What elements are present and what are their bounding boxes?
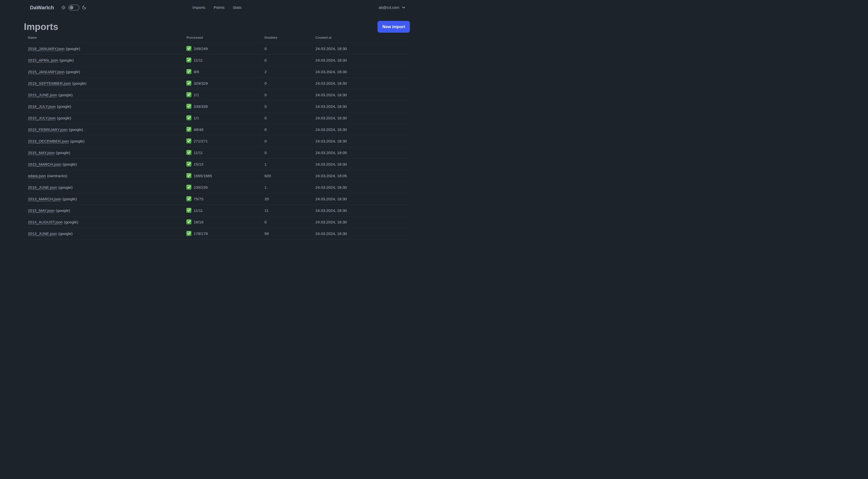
import-file-link[interactable]: 2018_JULY.json <box>28 104 56 109</box>
processed-count: 18/18 <box>194 220 204 224</box>
table-row: 2015_MAY.json(google) 11/11 11 24.03.202… <box>24 205 410 216</box>
check-success-icon <box>186 127 191 132</box>
cell-created-at <box>311 239 410 240</box>
processed-count: 1/1 <box>194 116 199 120</box>
cell-doubles: 0 <box>260 216 311 228</box>
import-file-link[interactable]: 2018_JUNE.json <box>28 185 57 189</box>
cell-created-at: 24.03.2024, 18:30 <box>311 112 410 124</box>
table-row: 2013_JUNE.json(google) 178/178 59 24.03.… <box>24 228 410 239</box>
import-file-link[interactable]: 2015_APRIL.json <box>28 58 58 62</box>
table-row: 2014_AUGUST.json(google) 18/18 0 24.03.2… <box>24 216 410 228</box>
cell-doubles: 8 <box>260 124 311 136</box>
nav-link-stats[interactable]: Stats <box>233 5 242 10</box>
nav-link-imports[interactable]: Imports <box>192 5 206 10</box>
table-row: 2013_MARCH.json(google) 75/75 20 24.03.2… <box>24 193 410 205</box>
import-file-link[interactable]: 2018_JANUARY.json <box>28 47 65 51</box>
cell-created-at: 24.03.2024, 18:30 <box>311 158 410 170</box>
processed-count: 8/8 <box>194 70 199 74</box>
imports-table-body: 2018_JANUARY.json(google) 249/249 0 24.0… <box>24 43 410 240</box>
moon-icon <box>82 5 86 10</box>
cell-doubles: 0 <box>260 78 311 89</box>
cell-created-at: 24.03.2024, 18:30 <box>311 124 410 136</box>
import-source-label: (google) <box>66 47 80 51</box>
page-header: Imports New import <box>24 21 410 33</box>
table-row: 2015_JULY.json(google) 1/1 0 24.03.2024,… <box>24 112 410 124</box>
cell-doubles: 20 <box>260 193 311 205</box>
import-file-link[interactable]: 2015_MAY.json <box>28 151 55 155</box>
table-header-row: Name Processed Doubles Created at <box>24 33 410 43</box>
import-file-link[interactable]: 2015_FEBRUARY.json <box>28 127 68 132</box>
cell-name: 2015_MARCH.json(google) <box>24 158 182 170</box>
column-header-processed: Processed <box>182 33 260 43</box>
cell-name: odata.json(owntracks) <box>24 170 182 182</box>
check-success-icon <box>186 104 191 109</box>
user-menu[interactable]: ab@cd.com <box>378 0 406 15</box>
cell-doubles: 0 <box>260 136 311 147</box>
table-row: 2015_APRIL.json(google) 11/11 0 24.03.20… <box>24 55 410 66</box>
cell-created-at: 24.03.2024, 18:30 <box>311 89 410 101</box>
cell-name: 2013_JUNE.json(google) <box>24 228 182 239</box>
app-logo[interactable]: DaWarIch <box>30 0 54 15</box>
cell-processed: 329/329 <box>182 78 260 89</box>
cell-name: 2019_SEPTEMBER.json(google) <box>24 78 182 89</box>
cell-created-at: 24.03.2024, 18:30 <box>311 182 410 193</box>
cell-name <box>24 239 182 240</box>
cell-doubles <box>260 239 311 240</box>
table-row: 2018_JUNE.json(google) 235/235 1 24.03.2… <box>24 182 410 193</box>
import-file-link[interactable]: 2015_MAY.json <box>28 208 55 213</box>
check-success-icon <box>186 115 191 120</box>
import-source-label: (google) <box>63 197 77 201</box>
processed-count: 249/249 <box>194 47 208 51</box>
import-file-link[interactable]: odata.json <box>28 174 46 178</box>
cell-name: 2015_FEBRUARY.json(google) <box>24 124 182 136</box>
table-row-partial <box>24 239 410 240</box>
theme-switch[interactable] <box>68 4 80 10</box>
cell-processed: 178/178 <box>182 228 260 239</box>
cell-processed: 48/48 <box>182 124 260 136</box>
processed-count: 15/15 <box>194 162 204 167</box>
check-success-icon <box>186 139 191 144</box>
cell-processed: 75/75 <box>182 193 260 205</box>
cell-name: 2015_APRIL.json(google) <box>24 55 182 66</box>
cell-name: 2013_MARCH.json(google) <box>24 193 182 205</box>
cell-doubles: 0 <box>260 89 311 101</box>
cell-doubles: 820 <box>260 170 311 182</box>
check-success-icon <box>186 81 191 86</box>
chevron-down-icon <box>402 5 406 9</box>
import-source-label: (google) <box>58 93 72 97</box>
import-file-link[interactable]: 2015_MARCH.json <box>28 162 61 167</box>
import-file-link[interactable]: 2013_JUNE.json <box>28 232 57 236</box>
cell-processed: 249/249 <box>182 43 260 55</box>
import-source-label: (google) <box>57 116 71 120</box>
cell-created-at: 24.03.2024, 18:30 <box>311 101 410 112</box>
check-success-icon <box>186 46 191 51</box>
import-file-link[interactable]: 2013_MARCH.json <box>28 197 61 201</box>
table-row: 2015_MARCH.json(google) 15/15 1 24.03.20… <box>24 158 410 170</box>
cell-doubles: 0 <box>260 147 311 158</box>
processed-count: 271/271 <box>194 139 208 143</box>
new-import-button[interactable]: New import <box>377 21 410 33</box>
cell-processed <box>182 239 260 240</box>
table-row: 2019_SEPTEMBER.json(google) 329/329 0 24… <box>24 78 410 89</box>
check-success-icon <box>186 150 191 155</box>
imports-table: Name Processed Doubles Created at 2018_J… <box>24 33 410 239</box>
cell-processed: 339/339 <box>182 101 260 112</box>
cell-doubles: 1 <box>260 182 311 193</box>
cell-name: 2018_JUNE.json(google) <box>24 182 182 193</box>
import-source-label: (google) <box>63 162 77 167</box>
processed-count: 339/339 <box>194 104 208 109</box>
cell-processed: 11/11 <box>182 205 260 216</box>
cell-processed: 18/18 <box>182 216 260 228</box>
cell-processed: 1/1 <box>182 112 260 124</box>
cell-created-at: 24.03.2024, 18:30 <box>311 55 410 66</box>
table-row: 2015_JUNE.json(google) 1/1 0 24.03.2024,… <box>24 89 410 101</box>
import-file-link[interactable]: 2019_DECEMBER.json <box>28 139 69 143</box>
import-file-link[interactable]: 2014_AUGUST.json <box>28 220 63 224</box>
import-source-label: (google) <box>58 232 72 236</box>
import-file-link[interactable]: 2015_JANUARY.json <box>28 70 65 74</box>
import-file-link[interactable]: 2015_JUNE.json <box>28 93 57 97</box>
nav-link-points[interactable]: Points <box>214 5 224 10</box>
theme-toggle <box>61 0 86 15</box>
import-file-link[interactable]: 2015_JULY.json <box>28 116 56 120</box>
import-file-link[interactable]: 2019_SEPTEMBER.json <box>28 81 71 85</box>
